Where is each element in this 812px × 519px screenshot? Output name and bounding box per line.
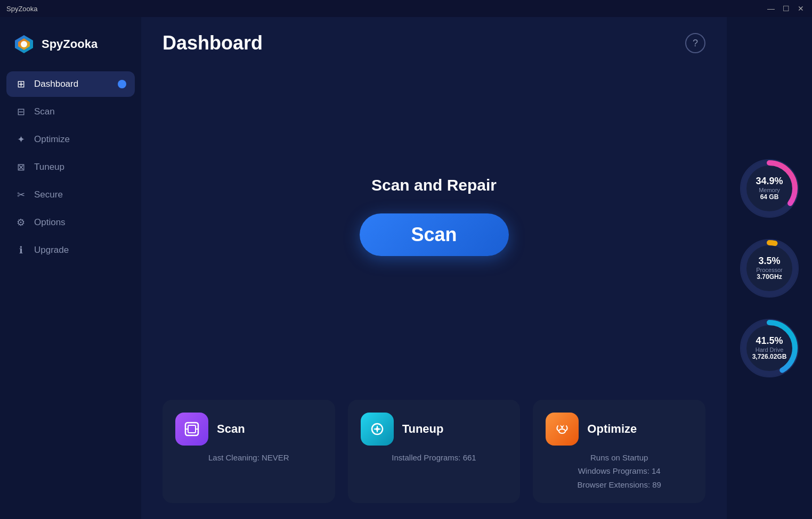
card-scan-label: Scan (217, 422, 245, 436)
sidebar-item-optimize[interactable]: ✦ Optimize (6, 127, 135, 152)
sidebar: SpyZooka ⊞ Dashboard ⊟ Scan ✦ Optimize ⊠ (0, 17, 141, 519)
scan-area-title: Scan and Repair (371, 176, 497, 194)
dashboard-icon: ⊞ (15, 78, 27, 90)
titlebar-title: SpyZooka (6, 5, 38, 13)
gauge-memory-inner: 34.9% Memory 64 GB (756, 176, 783, 201)
card-tuneup[interactable]: Tuneup Installed Programs: 661 (348, 400, 521, 504)
page-title: Dashboard (163, 32, 263, 54)
gauge-memory-val: 64 GB (756, 193, 783, 201)
gauge-processor-name: Processor (756, 267, 783, 273)
nav-items: ⊞ Dashboard ⊟ Scan ✦ Optimize ⊠ Tuneup ✂ (0, 71, 141, 263)
card-optimize-info: Runs on StartupWindows Programs: 14Brows… (546, 451, 693, 492)
scan-icon: ⊟ (15, 106, 27, 118)
header: Dashboard ? (141, 17, 727, 65)
sidebar-item-secure[interactable]: ✂ Secure (6, 182, 135, 208)
gauge-harddrive-name: Hard Drive (752, 347, 787, 353)
svg-point-10 (376, 427, 379, 431)
upgrade-icon: ℹ (15, 244, 27, 256)
card-tuneup-info: Installed Programs: 661 (361, 451, 508, 465)
logo-text: SpyZooka (42, 37, 98, 51)
svg-rect-4 (188, 425, 196, 433)
card-tuneup-header: Tuneup (361, 413, 508, 446)
sidebar-item-label: Tuneup (34, 162, 64, 172)
card-tuneup-icon (361, 413, 394, 446)
active-dot (118, 80, 126, 88)
bottom-cards: Scan Last Cleaning: NEVER Tuneup (141, 400, 727, 520)
gauge-harddrive-inner: 41.5% Hard Drive 3,726.02GB (752, 335, 787, 360)
sidebar-item-label: Dashboard (34, 79, 78, 89)
card-optimize[interactable]: Optimize Runs on StartupWindows Programs… (533, 400, 705, 504)
sidebar-item-dashboard[interactable]: ⊞ Dashboard (6, 71, 135, 97)
help-button[interactable]: ? (685, 33, 705, 53)
gauge-processor-inner: 3.5% Processor 3.70GHz (756, 256, 783, 281)
card-tuneup-label: Tuneup (402, 422, 444, 436)
card-optimize-icon (546, 413, 579, 446)
logo-icon (13, 33, 35, 55)
sidebar-item-label: Secure (34, 190, 63, 200)
secure-icon: ✂ (15, 189, 27, 201)
card-optimize-header: Optimize (546, 413, 693, 446)
options-icon: ⚙ (15, 217, 27, 228)
card-scan-info: Last Cleaning: NEVER (175, 451, 322, 465)
sidebar-item-upgrade[interactable]: ℹ Upgrade (6, 237, 135, 263)
sidebar-item-label: Options (34, 217, 66, 228)
gauge-memory: 34.9% Memory 64 GB (735, 154, 804, 223)
sidebar-item-scan[interactable]: ⊟ Scan (6, 99, 135, 125)
sidebar-item-label: Upgrade (34, 245, 69, 256)
sidebar-item-label: Optimize (34, 134, 70, 145)
gauges-panel: 34.9% Memory 64 GB 3.5% Process (727, 17, 812, 519)
svg-point-11 (559, 429, 565, 433)
main-content: Dashboard ? Scan and Repair Scan (141, 17, 727, 519)
gauge-harddrive-pct: 41.5% (752, 335, 787, 347)
scan-button[interactable]: Scan (360, 213, 509, 256)
gauge-processor-val: 3.70GHz (756, 273, 783, 281)
tuneup-icon: ⊠ (15, 161, 27, 173)
optimize-icon: ✦ (15, 134, 27, 145)
card-scan-icon (175, 413, 208, 446)
svg-point-2 (21, 41, 27, 47)
card-scan-header: Scan (175, 413, 322, 446)
card-scan[interactable]: Scan Last Cleaning: NEVER (163, 400, 335, 504)
gauge-harddrive-val: 3,726.02GB (752, 353, 787, 360)
gauge-memory-pct: 34.9% (756, 176, 783, 187)
titlebar: SpyZooka — ☐ ✕ (0, 0, 812, 17)
close-button[interactable]: ✕ (796, 4, 806, 13)
gauge-processor: 3.5% Processor 3.70GHz (735, 234, 804, 303)
sidebar-item-label: Scan (34, 106, 55, 117)
app-container: SpyZooka ⊞ Dashboard ⊟ Scan ✦ Optimize ⊠ (0, 17, 812, 519)
scan-area: Scan and Repair Scan (141, 65, 727, 400)
gauge-memory-name: Memory (756, 187, 783, 193)
gauge-processor-pct: 3.5% (756, 256, 783, 267)
titlebar-controls: — ☐ ✕ (766, 4, 806, 13)
sidebar-item-options[interactable]: ⚙ Options (6, 210, 135, 235)
sidebar-item-tuneup[interactable]: ⊠ Tuneup (6, 154, 135, 180)
maximize-button[interactable]: ☐ (781, 4, 791, 13)
gauge-harddrive: 41.5% Hard Drive 3,726.02GB (735, 314, 804, 383)
card-optimize-label: Optimize (587, 422, 637, 436)
minimize-button[interactable]: — (766, 4, 776, 13)
logo-area: SpyZooka (0, 28, 141, 71)
